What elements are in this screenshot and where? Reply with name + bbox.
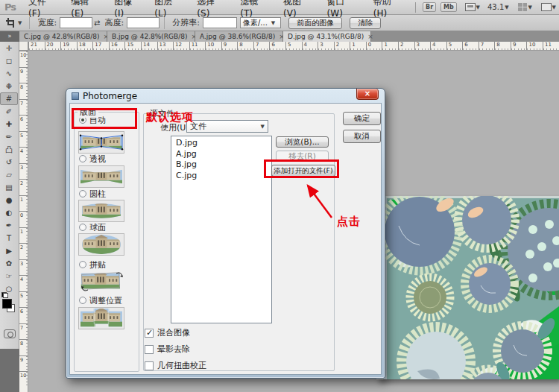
clone-stamp-tool[interactable]: 凸 — [0, 143, 18, 156]
quick-mask-button[interactable] — [4, 329, 16, 338]
layout-option-spherical[interactable]: 球面 — [79, 223, 106, 232]
quick-selection-tool[interactable]: ❉ — [0, 80, 18, 92]
chevron-down-icon[interactable]: ▼ — [552, 4, 556, 10]
ruler-tick: 21 — [28, 42, 45, 51]
document-tab[interactable]: A.jpg @ 38.6%(RGB/8) × — [195, 31, 283, 42]
default-colors-icon[interactable] — [1, 292, 8, 298]
document-tabs: C.jpg @ 42.8%(RGB/8) × B.jpg @ 42.8%(RGB… — [19, 31, 371, 42]
chevron-down-icon[interactable]: ▼ — [505, 4, 508, 10]
close-tab-icon[interactable]: × — [367, 33, 373, 40]
custom-shape-tool[interactable]: ✿ — [0, 257, 18, 270]
ruler-tick: 15 — [124, 42, 141, 51]
layout-option-reposition[interactable]: 调整位置 — [79, 296, 122, 305]
mini-bridge-button[interactable]: Mb — [440, 2, 457, 12]
sunflower-artwork-canvas[interactable] — [376, 196, 559, 379]
crop-tool-icon[interactable] — [6, 18, 16, 28]
cancel-button[interactable]: 取消 — [343, 130, 381, 143]
document-tab-bar: » C.jpg @ 42.8%(RGB/8) × B.jpg @ 42.8%(R… — [0, 31, 559, 42]
radio-icon — [79, 261, 86, 268]
view-extras-icon[interactable] — [518, 3, 528, 11]
crop-tool[interactable]: # — [0, 92, 18, 105]
menu-item[interactable]: 帮助(H) — [367, 0, 411, 19]
menu-item[interactable]: 图像(I) — [107, 0, 148, 19]
menu-item[interactable]: 滤镜(T) — [233, 0, 277, 19]
horizontal-ruler[interactable]: 2120191817161514131211109876543210123456… — [28, 42, 559, 51]
blur-tool[interactable]: ● — [0, 194, 18, 206]
ruler-tick: 17 — [92, 42, 109, 51]
checkbox-icon[interactable] — [145, 361, 154, 370]
menu-item[interactable]: 选择(S) — [190, 0, 233, 19]
document-tab[interactable]: B.jpg @ 42.8%(RGB/8) × — [107, 31, 195, 42]
eyedropper-tool[interactable]: ✐ — [0, 105, 18, 118]
browse-button[interactable]: 浏览(B)... — [276, 136, 329, 148]
geometric-distortion-checkbox-row[interactable]: 几何扭曲校正 — [145, 361, 206, 370]
hand-tool[interactable]: ☞ — [0, 270, 18, 282]
ruler-tick: 7 — [19, 323, 28, 340]
checkbox-icon[interactable] — [145, 345, 154, 354]
tools-panel: ✛ ◻ ∿ ❉ # ✐ ✚ — [0, 42, 19, 392]
menubar-divider — [415, 2, 416, 13]
blend-images-checkbox-row[interactable]: 混合图像 — [145, 328, 190, 338]
ruler-tick: 4 — [19, 275, 28, 291]
menu-item[interactable]: 窗口(W) — [320, 0, 367, 19]
width-input[interactable] — [60, 17, 92, 28]
resolution-unit-select[interactable]: 像素/... ▼ — [240, 17, 281, 28]
type-tool[interactable]: T — [0, 232, 18, 244]
chevron-down-icon[interactable]: ▼ — [528, 4, 531, 10]
zoom-level-value[interactable]: 43.1 — [487, 3, 504, 11]
ruler-tick: 0 — [19, 211, 28, 227]
menu-item[interactable]: 图层(L) — [148, 0, 190, 19]
file-list-item[interactable]: C.jpg — [171, 171, 271, 182]
ruler-tick: 5 — [19, 291, 28, 308]
foreground-color-swatch[interactable] — [2, 299, 12, 309]
layout-spherical-thumbnail — [78, 233, 124, 256]
ruler-tick: 16 — [109, 42, 125, 51]
color-swatches — [0, 297, 18, 326]
radio-icon — [79, 297, 86, 304]
menu-item[interactable]: 文件(F) — [22, 0, 64, 19]
layout-option-perspective[interactable]: 透视 — [79, 154, 106, 163]
swap-dimensions-icon[interactable]: ⇄ — [94, 19, 100, 27]
use-select[interactable]: 文件 ▼ — [186, 120, 268, 133]
bridge-button[interactable]: Br — [423, 2, 436, 12]
ruler-tick: 5 — [446, 42, 463, 51]
tool-preset-chevron-icon[interactable]: ▼ — [18, 20, 22, 26]
lasso-tool[interactable]: ∿ — [0, 67, 18, 80]
dialog-titlebar[interactable]: Photomerge — [66, 89, 385, 103]
file-list-item[interactable]: D.jpg — [171, 138, 271, 149]
chevron-down-icon[interactable]: ▼ — [476, 4, 480, 10]
move-tool[interactable]: ✛ — [0, 42, 18, 54]
path-selection-tool[interactable]: ▶ — [0, 244, 18, 257]
gradient-tool[interactable]: ▤ — [0, 181, 18, 194]
marquee-tool[interactable]: ◻ — [0, 54, 18, 67]
pen-tool[interactable]: ✒ — [0, 219, 18, 232]
menu-item[interactable]: 编辑(E) — [64, 0, 107, 19]
menu-item[interactable]: 视图(V) — [277, 0, 320, 19]
brush-tool[interactable]: ✏ — [0, 130, 18, 143]
close-dialog-button[interactable]: × — [356, 89, 379, 100]
arrange-documents-icon[interactable] — [465, 3, 476, 11]
ruler-tick: 2 — [19, 243, 28, 259]
healing-brush-tool[interactable]: ✚ — [0, 118, 18, 130]
vertical-ruler[interactable]: 10987654321012345678910 — [19, 51, 28, 392]
document-tab[interactable]: C.jpg @ 42.8%(RGB/8) × — [19, 31, 107, 42]
source-files-list[interactable]: D.jpgA.jpgB.jpgC.jpg — [171, 136, 272, 323]
dodge-tool[interactable]: ◐ — [0, 206, 18, 219]
checkbox-icon[interactable] — [145, 329, 154, 338]
resolution-input[interactable] — [203, 17, 237, 28]
layout-option-collage[interactable]: 拼贴 — [79, 260, 106, 269]
ruler-tick: 7 — [19, 99, 28, 116]
document-tab[interactable]: D.jpg @ 43.1%(RGB/8) × — [283, 31, 371, 42]
eraser-tool[interactable]: ▱ — [0, 168, 18, 181]
vignette-removal-checkbox-row[interactable]: 晕影去除 — [145, 344, 190, 354]
history-brush-tool[interactable]: ↺ — [0, 156, 18, 168]
layout-option-cylindrical[interactable]: 圆柱 — [79, 189, 106, 198]
screen-mode-icon[interactable] — [541, 3, 552, 11]
file-list-item[interactable]: A.jpg — [171, 149, 271, 160]
file-list-item[interactable]: B.jpg — [171, 159, 271, 171]
menu-items: 文件(F)编辑(E)图像(I)图层(L)选择(S)滤镜(T)视图(V)窗口(W)… — [22, 0, 411, 19]
ok-button[interactable]: 确定 — [343, 112, 381, 125]
height-input[interactable] — [127, 17, 160, 28]
chevron-down-icon: ▼ — [261, 124, 265, 130]
toolbar-collapse-chevron[interactable]: » — [0, 31, 19, 42]
